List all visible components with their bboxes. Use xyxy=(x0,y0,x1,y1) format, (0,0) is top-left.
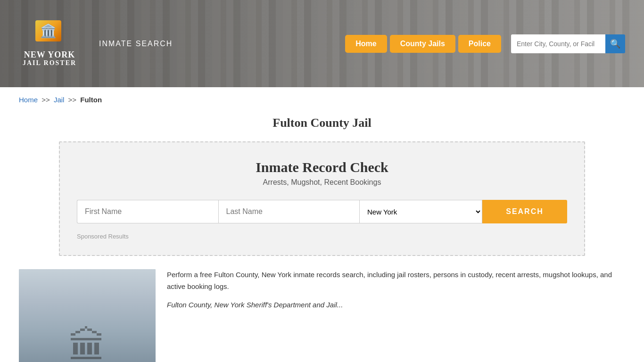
sponsored-results-label: Sponsored Results xyxy=(77,233,567,240)
last-name-input[interactable] xyxy=(218,200,360,223)
inmate-search-form: AlabamaAlaskaArizonaArkansasCaliforniaCo… xyxy=(77,200,567,223)
record-check-section: Inmate Record Check Arrests, Mugshot, Re… xyxy=(59,141,585,256)
nav-police[interactable]: Police xyxy=(458,35,501,53)
breadcrumb-sep-2: >> xyxy=(68,96,77,104)
content-image xyxy=(19,269,156,362)
header-search-bar: 🔍 xyxy=(511,34,625,53)
breadcrumb-sep-1: >> xyxy=(41,96,50,104)
breadcrumb-jail[interactable]: Jail xyxy=(54,96,65,104)
header-search-input[interactable] xyxy=(511,34,605,53)
record-check-title: Inmate Record Check xyxy=(77,159,567,175)
main-nav: Home County Jails Police 🔍 xyxy=(345,34,625,53)
content-text: Perform a free Fulton County, New York i… xyxy=(167,269,625,317)
inmate-search-label: INMATE SEARCH xyxy=(99,40,173,48)
content-italic: Fulton County, New York Sheriff's Depart… xyxy=(167,299,625,311)
header-search-button[interactable]: 🔍 xyxy=(605,34,625,53)
first-name-input[interactable] xyxy=(77,200,218,223)
breadcrumb-home[interactable]: Home xyxy=(19,96,38,104)
logo-icon xyxy=(35,20,64,49)
search-icon: 🔍 xyxy=(610,39,620,49)
record-check-subtitle: Arrests, Mugshot, Recent Bookings xyxy=(77,178,567,187)
logo-icon-inner xyxy=(35,20,61,41)
nav-home[interactable]: Home xyxy=(345,35,387,53)
header-content: NEW YORK JAIL ROSTER INMATE SEARCH Home … xyxy=(0,0,644,87)
content-area: Perform a free Fulton County, New York i… xyxy=(0,256,644,362)
logo-text-jr: JAIL ROSTER xyxy=(23,59,76,67)
search-submit-button[interactable]: SEARCH xyxy=(482,200,567,223)
page-title: Fulton County Jail xyxy=(0,116,644,130)
breadcrumb-current: Fulton xyxy=(80,96,102,104)
logo-text-ny: NEW YORK xyxy=(24,50,75,60)
logo-area: NEW YORK JAIL ROSTER xyxy=(19,20,80,67)
breadcrumb: Home >> Jail >> Fulton xyxy=(0,87,644,112)
state-select[interactable]: AlabamaAlaskaArizonaArkansasCaliforniaCo… xyxy=(360,200,482,223)
content-description: Perform a free Fulton County, New York i… xyxy=(167,269,625,293)
nav-county-jails[interactable]: County Jails xyxy=(390,35,455,53)
site-header: NEW YORK JAIL ROSTER INMATE SEARCH Home … xyxy=(0,0,644,87)
